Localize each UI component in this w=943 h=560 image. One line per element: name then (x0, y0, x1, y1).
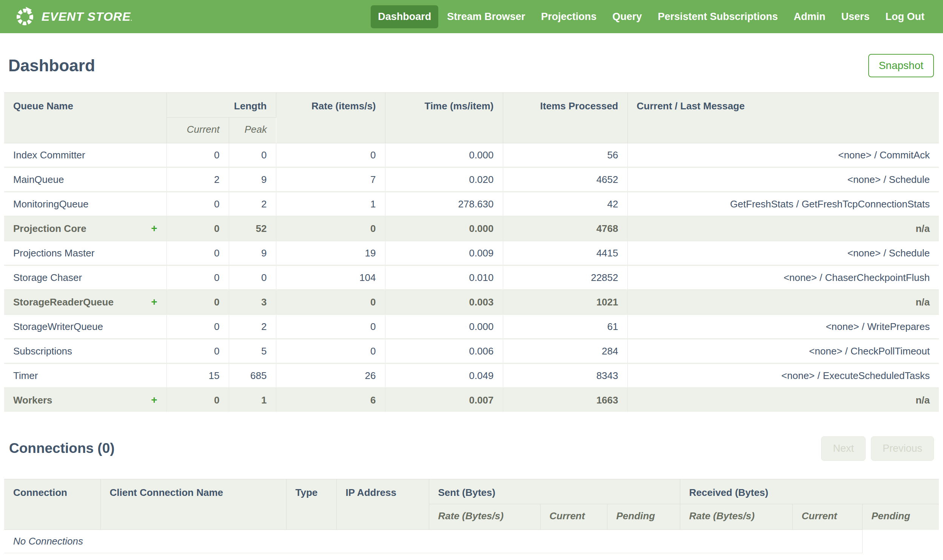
page-title: Dashboard (8, 56, 95, 75)
connections-table-header: Connection Client Connection Name Type I… (4, 479, 939, 530)
no-connections-message: No Connections (4, 530, 862, 553)
queue-name-cell: Subscriptions (4, 339, 167, 363)
queue-items-processed-cell: 56 (503, 143, 627, 168)
queue-items-processed-cell: 42 (503, 192, 627, 217)
queues-table-body: Index Committer 0 0 0 0.000 56 <none> / … (4, 143, 939, 412)
queue-name-cell: Timer (4, 363, 167, 388)
queue-row: Projections Master 0 9 19 0.009 4415 <no… (4, 241, 939, 266)
col-time: Time (ms/item) (385, 93, 503, 143)
queue-length-peak-cell: 0 (229, 266, 276, 290)
queue-time-cell: 0.003 (385, 290, 503, 314)
queue-row: Storage Chaser 0 0 104 0.010 22852 <none… (4, 266, 939, 290)
col-received-pending: Pending (862, 504, 939, 530)
queue-length-peak-cell: 1 (229, 388, 276, 412)
col-sent-rate: Rate (Bytes/s) (429, 504, 540, 530)
queue-length-current-cell: 2 (167, 168, 229, 192)
queue-rate-cell: 19 (276, 241, 385, 266)
queue-time-cell: 0.000 (385, 217, 503, 241)
queue-time-cell: 0.006 (385, 339, 503, 363)
queue-name-cell: MonitoringQueue (4, 192, 167, 217)
nav-item-stream-browser[interactable]: Stream Browser (440, 5, 532, 28)
queue-length-peak-cell: 685 (229, 363, 276, 388)
col-length-current: Current (167, 118, 229, 143)
queue-time-cell: 278.630 (385, 192, 503, 217)
col-ip-address: IP Address (336, 479, 429, 530)
empty-pending-area (862, 530, 939, 553)
nav-item-admin[interactable]: Admin (786, 5, 832, 28)
connections-title: Connections (0) (9, 440, 115, 456)
queue-items-processed-cell: 22852 (503, 266, 627, 290)
expand-plus-icon[interactable]: + (151, 217, 157, 240)
col-type: Type (286, 479, 336, 530)
queue-message-cell: n/a (627, 217, 939, 241)
col-sent-bytes: Sent (Bytes) (429, 479, 680, 504)
queue-time-cell: 0.009 (385, 241, 503, 266)
queue-row: Projection Core + 0 52 0 0.000 4768 n/a (4, 217, 939, 241)
col-length-peak: Peak (229, 118, 276, 143)
queue-name: MonitoringQueue (13, 198, 88, 210)
queue-name: Index Committer (13, 149, 85, 161)
queue-message-cell: <none> / CheckPollTimeout (627, 339, 939, 363)
previous-button[interactable]: Previous (871, 436, 934, 461)
queue-row: Index Committer 0 0 0 0.000 56 <none> / … (4, 143, 939, 168)
queue-rate-cell: 104 (276, 266, 385, 290)
nav-item-projections[interactable]: Projections (534, 5, 603, 28)
nav-item-persistent-subscriptions[interactable]: Persistent Subscriptions (650, 5, 785, 28)
connections-table: Connection Client Connection Name Type I… (4, 479, 939, 553)
nav-item-query[interactable]: Query (605, 5, 649, 28)
queue-length-peak-cell: 52 (229, 217, 276, 241)
queue-name-cell: StorageWriterQueue (4, 314, 167, 339)
queue-message-cell: <none> / WritePrepares (627, 314, 939, 339)
page-header: Dashboard Snapshot (8, 56, 934, 75)
queue-length-current-cell: 0 (167, 314, 229, 339)
top-nav: EVENT STORE. DashboardStream BrowserProj… (0, 0, 943, 33)
queue-rate-cell: 0 (276, 143, 385, 168)
queue-length-peak-cell: 9 (229, 241, 276, 266)
queues-table-header: Queue Name Length Rate (items/s) Time (m… (4, 93, 939, 143)
logo-text: EVENT STORE. (42, 10, 133, 24)
queue-length-peak-cell: 2 (229, 192, 276, 217)
queue-rate-cell: 0 (276, 217, 385, 241)
connections-pager: Next Previous (821, 436, 934, 461)
queue-items-processed-cell: 4652 (503, 168, 627, 192)
queue-name: Workers (13, 394, 52, 406)
queue-message-cell: n/a (627, 388, 939, 412)
queue-row: StorageReaderQueue + 0 3 0 0.003 1021 n/… (4, 290, 939, 314)
queue-rate-cell: 7 (276, 168, 385, 192)
queue-items-processed-cell: 61 (503, 314, 627, 339)
queue-name: Storage Chaser (13, 272, 82, 283)
event-store-logo-icon (14, 6, 35, 27)
queues-table: Queue Name Length Rate (items/s) Time (m… (4, 92, 939, 412)
queue-rate-cell: 26 (276, 363, 385, 388)
col-message: Current / Last Message (627, 93, 939, 143)
nav-item-log-out[interactable]: Log Out (878, 5, 932, 28)
queue-time-cell: 0.007 (385, 388, 503, 412)
event-store-logo: EVENT STORE. (14, 6, 133, 27)
snapshot-button[interactable]: Snapshot (868, 54, 934, 77)
queue-name: Timer (13, 370, 38, 382)
queue-length-current-cell: 15 (167, 363, 229, 388)
nav-item-users[interactable]: Users (834, 5, 877, 28)
col-rate: Rate (items/s) (276, 93, 385, 143)
queue-length-peak-cell: 9 (229, 168, 276, 192)
next-button[interactable]: Next (821, 436, 866, 461)
queue-message-cell: <none> / ChaserCheckpointFlush (627, 266, 939, 290)
nav-item-dashboard[interactable]: Dashboard (371, 5, 438, 28)
queue-name-cell: Index Committer (4, 143, 167, 168)
queue-time-cell: 0.000 (385, 143, 503, 168)
queue-name-cell: MainQueue (4, 168, 167, 192)
queue-name: Projections Master (13, 248, 94, 259)
expand-plus-icon[interactable]: + (151, 290, 157, 314)
expand-plus-icon[interactable]: + (151, 388, 157, 412)
queue-row: Timer 15 685 26 0.049 8343 <none> / Exec… (4, 363, 939, 388)
queue-rate-cell: 0 (276, 339, 385, 363)
queue-rate-cell: 1 (276, 192, 385, 217)
queue-items-processed-cell: 284 (503, 339, 627, 363)
queue-length-current-cell: 0 (167, 388, 229, 412)
queue-length-peak-cell: 2 (229, 314, 276, 339)
queue-message-cell: <none> / ExecuteScheduledTasks (627, 363, 939, 388)
queue-row: MonitoringQueue 0 2 1 278.630 42 GetFres… (4, 192, 939, 217)
queue-message-cell: n/a (627, 290, 939, 314)
no-connections-row: No Connections (4, 530, 939, 553)
queue-rate-cell: 0 (276, 290, 385, 314)
